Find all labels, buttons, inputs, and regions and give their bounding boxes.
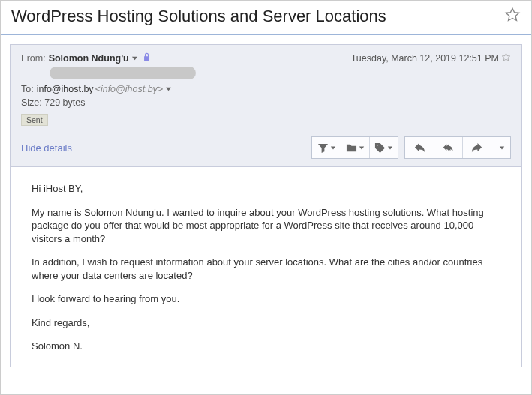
chevron-down-icon — [497, 142, 505, 153]
chevron-down-icon — [386, 142, 393, 153]
email-window: WordPress Hosting Solutions and Server L… — [0, 0, 532, 395]
chevron-down-icon — [357, 142, 365, 153]
toolbar — [311, 136, 511, 159]
body-paragraph: I look forward to hearing from you. — [32, 292, 505, 306]
star-small-icon[interactable] — [499, 52, 511, 64]
email-subject: WordPress Hosting Solutions and Server L… — [11, 7, 386, 26]
reply-button[interactable] — [405, 137, 434, 158]
filter-button[interactable] — [312, 137, 341, 158]
tag-button[interactable] — [369, 137, 398, 158]
toolbar-seg-reply — [404, 136, 511, 159]
sent-tag: Sent — [21, 114, 48, 126]
body-paragraph: My name is Solomon Ndung'u. I wanted to … — [32, 206, 505, 246]
to-display[interactable]: info@ihost.by — [37, 84, 94, 94]
star-icon[interactable] — [504, 7, 521, 26]
chevron-down-icon — [329, 142, 336, 153]
to-label: To: — [21, 84, 34, 94]
chevron-down-icon[interactable] — [165, 84, 172, 94]
reply-all-button[interactable] — [434, 137, 462, 158]
lock-icon — [138, 52, 151, 64]
header-footer-row: Hide details — [21, 136, 511, 159]
from-label: From: — [21, 53, 46, 64]
date-area: Tuesday, March 12, 2019 12:51 PM — [351, 52, 511, 64]
move-to-folder-button[interactable] — [341, 137, 369, 158]
to-row: To: info@ihost.by <info@ihost.by> — [21, 84, 511, 94]
more-actions-button[interactable] — [491, 137, 510, 158]
forward-button[interactable] — [462, 137, 491, 158]
body-paragraph: Kind regards, — [32, 316, 505, 330]
email-header: From: Solomon Ndung'u Tuesday, March 12,… — [10, 44, 522, 167]
email-date: Tuesday, March 12, 2019 12:51 PM — [351, 53, 499, 64]
chevron-down-icon[interactable] — [131, 53, 138, 64]
email-body: Hi iHost BY, My name is Solomon Ndung'u.… — [10, 167, 522, 367]
hide-details-link[interactable]: Hide details — [21, 142, 72, 154]
body-paragraph: Hi iHost BY, — [32, 182, 505, 196]
redacted-sender-email — [50, 67, 196, 79]
size-line: Size: 729 bytes — [21, 97, 511, 108]
body-paragraph: Solomon N. — [32, 340, 505, 353]
toolbar-seg-actions — [311, 136, 398, 159]
title-bar: WordPress Hosting Solutions and Server L… — [1, 1, 531, 35]
to-email-bracket: <info@ihost.by> — [95, 84, 164, 94]
body-paragraph: In addition, I wish to request informati… — [32, 256, 505, 282]
from-name[interactable]: Solomon Ndung'u — [49, 53, 129, 64]
